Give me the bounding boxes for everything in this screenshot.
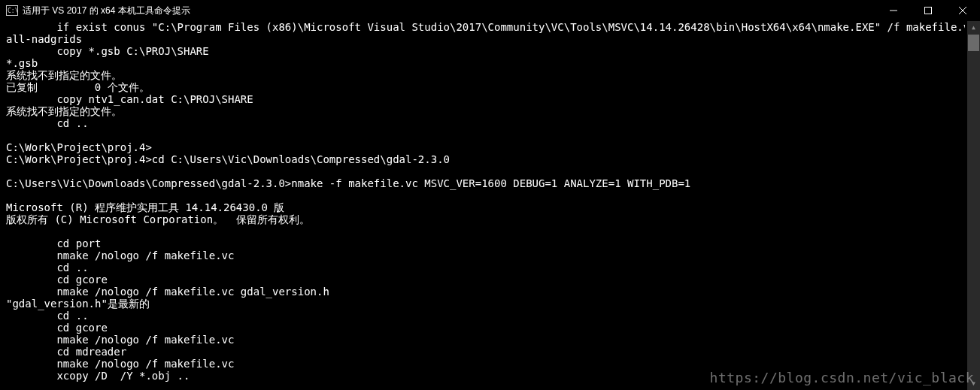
scroll-down-arrow[interactable]: ▼ [967,377,980,390]
minimize-button[interactable] [876,0,911,21]
titlebar-left: C:\ 适用于 VS 2017 的 x64 本机工具命令提示 [6,5,190,17]
close-button[interactable] [945,0,980,21]
vertical-scrollbar[interactable]: ▲ ▼ [967,21,980,390]
window-titlebar: C:\ 适用于 VS 2017 的 x64 本机工具命令提示 [0,0,980,21]
terminal-area[interactable]: if exist conus "C:\Program Files (x86)\M… [0,21,980,390]
terminal-output: if exist conus "C:\Program Files (x86)\M… [6,21,965,390]
scroll-thumb[interactable] [968,35,979,51]
maximize-button[interactable] [911,0,945,21]
window-title: 适用于 VS 2017 的 x64 本机工具命令提示 [23,5,190,17]
window-controls [876,0,980,21]
svg-rect-3 [925,8,932,14]
cmd-icon: C:\ [6,5,18,16]
scroll-up-arrow[interactable]: ▲ [967,21,980,34]
svg-text:C:\: C:\ [8,8,18,14]
